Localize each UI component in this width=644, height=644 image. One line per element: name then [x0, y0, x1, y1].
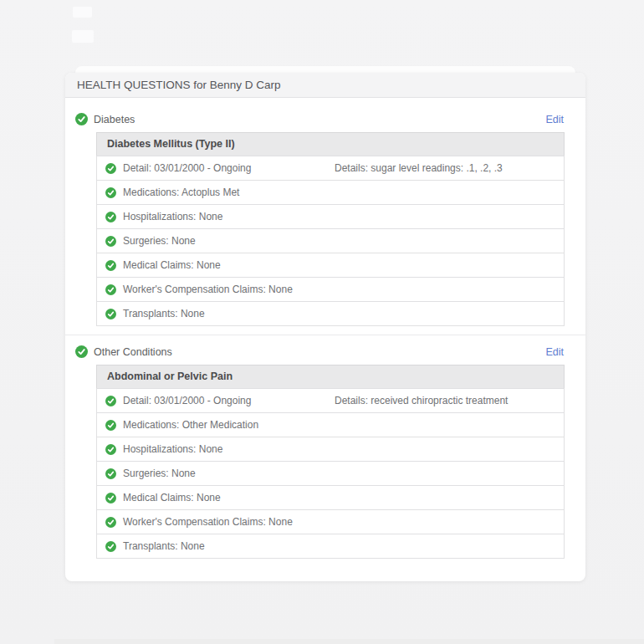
- page-title: HEALTH QUESTIONS for Benny D Carp: [77, 79, 281, 91]
- table-row: Medications: Other Medication: [96, 412, 565, 437]
- check-circle-icon: [105, 444, 116, 455]
- table-row: Medical Claims: None: [96, 253, 565, 278]
- table-row: Detail: 03/01/2000 - Ongoing Details: re…: [96, 388, 565, 413]
- section-label: Diabetes: [94, 114, 135, 125]
- condition-name-header: Diabetes Mellitus (Type II): [96, 132, 565, 156]
- check-circle-icon: [105, 163, 116, 174]
- condition-table: Abdominal or Pelvic Pain Detail: 03/01/2…: [96, 365, 565, 559]
- row-label-cell: Medications: Actoplus Met: [105, 187, 335, 198]
- bottom-edge-strip: [54, 639, 644, 644]
- row-label: Worker's Compensation Claims: None: [123, 516, 293, 528]
- table-row: Surgeries: None: [96, 228, 565, 253]
- row-detail-cell: Details: received chiropractic treatment: [335, 395, 564, 406]
- row-label: Medical Claims: None: [123, 259, 221, 271]
- check-circle-icon: [105, 309, 116, 319]
- edit-link[interactable]: Edit: [545, 114, 564, 125]
- row-detail-cell: Details: sugar level readings: .1, .2, .…: [335, 162, 564, 174]
- table-row: Worker's Compensation Claims: None: [96, 509, 565, 534]
- section-label: Other Conditions: [94, 346, 172, 358]
- row-label-cell: Hospitalizations: None: [105, 211, 335, 222]
- check-circle-icon: [105, 260, 116, 271]
- card-header: HEALTH QUESTIONS for Benny D Carp: [65, 73, 585, 98]
- health-questions-card: HEALTH QUESTIONS for Benny D Carp Diabet…: [65, 73, 585, 581]
- card-body: Diabetes Edit Diabetes Mellitus (Type II…: [65, 98, 585, 559]
- check-circle-icon: [105, 493, 116, 503]
- check-circle-icon: [105, 468, 116, 479]
- table-row: Worker's Compensation Claims: None: [96, 277, 565, 302]
- condition-rows: Detail: 03/01/2000 - Ongoing Details: su…: [96, 156, 565, 326]
- table-row: Hospitalizations: None: [96, 204, 565, 229]
- check-circle-icon: [105, 396, 116, 406]
- health-section: Other Conditions Edit Abdominal or Pelvi…: [65, 335, 585, 559]
- section-header: Other Conditions Edit: [65, 335, 585, 365]
- row-label-cell: Surgeries: None: [105, 235, 335, 247]
- row-label: Medications: Other Medication: [123, 419, 258, 431]
- condition-table: Diabetes Mellitus (Type II) Detail: 03/0…: [96, 132, 565, 326]
- row-label: Detail: 03/01/2000 - Ongoing: [123, 395, 251, 406]
- row-label-cell: Medications: Other Medication: [105, 419, 335, 431]
- row-label-cell: Medical Claims: None: [105, 259, 335, 271]
- decorative-paper-chip: [72, 30, 94, 43]
- table-row: Medications: Actoplus Met: [96, 180, 565, 205]
- table-row: Hospitalizations: None: [96, 437, 565, 462]
- row-label-cell: Medical Claims: None: [105, 492, 335, 503]
- row-detail: Details: sugar level readings: .1, .2, .…: [335, 162, 503, 174]
- row-label: Surgeries: None: [123, 235, 196, 247]
- row-detail: Details: received chiropractic treatment: [335, 395, 508, 406]
- condition-rows: Detail: 03/01/2000 - Ongoing Details: re…: [96, 388, 565, 559]
- row-label: Transplants: None: [123, 308, 205, 319]
- row-label-cell: Surgeries: None: [105, 468, 335, 479]
- table-row: Transplants: None: [96, 301, 565, 326]
- edit-link[interactable]: Edit: [545, 346, 564, 358]
- row-label: Surgeries: None: [123, 468, 196, 479]
- check-circle-icon: [75, 345, 88, 358]
- condition-name-header: Abdominal or Pelvic Pain: [96, 365, 565, 389]
- decorative-paper-chip: [73, 7, 92, 18]
- row-label-cell: Transplants: None: [105, 540, 335, 552]
- row-label-cell: Detail: 03/01/2000 - Ongoing: [105, 162, 335, 174]
- row-label-cell: Hospitalizations: None: [105, 443, 335, 455]
- row-label: Hospitalizations: None: [123, 443, 222, 455]
- table-row: Transplants: None: [96, 534, 565, 559]
- row-label: Medications: Actoplus Met: [123, 187, 239, 198]
- row-label: Medical Claims: None: [123, 492, 221, 503]
- table-row: Detail: 03/01/2000 - Ongoing Details: su…: [96, 156, 565, 181]
- row-label-cell: Worker's Compensation Claims: None: [105, 284, 335, 295]
- check-circle-icon: [105, 420, 116, 431]
- check-circle-icon: [105, 236, 116, 247]
- table-row: Surgeries: None: [96, 461, 565, 486]
- check-circle-icon: [105, 187, 116, 198]
- table-row: Medical Claims: None: [96, 485, 565, 510]
- check-circle-icon: [105, 541, 116, 552]
- row-label: Worker's Compensation Claims: None: [123, 284, 293, 295]
- check-circle-icon: [75, 113, 88, 125]
- row-label-cell: Detail: 03/01/2000 - Ongoing: [105, 395, 335, 406]
- health-section: Diabetes Edit Diabetes Mellitus (Type II…: [65, 98, 585, 326]
- check-circle-icon: [105, 212, 116, 222]
- row-label-cell: Transplants: None: [105, 308, 335, 319]
- row-label: Detail: 03/01/2000 - Ongoing: [123, 162, 251, 174]
- row-label: Transplants: None: [123, 540, 205, 552]
- row-label: Hospitalizations: None: [123, 211, 222, 222]
- section-header: Diabetes Edit: [65, 98, 585, 132]
- row-label-cell: Worker's Compensation Claims: None: [105, 516, 335, 528]
- check-circle-icon: [105, 517, 116, 528]
- check-circle-icon: [105, 284, 116, 295]
